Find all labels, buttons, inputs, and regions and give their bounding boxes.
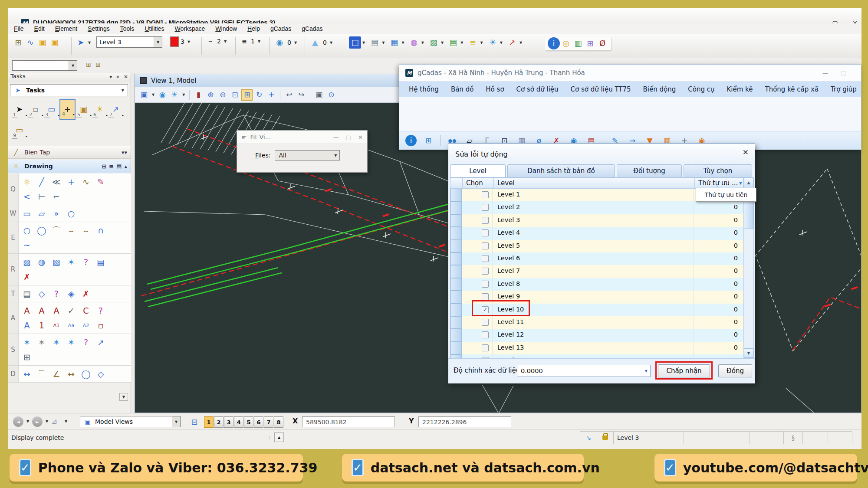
row-checkbox[interactable] bbox=[482, 293, 489, 300]
table-row-level-7[interactable]: Level 70 bbox=[450, 265, 744, 278]
rotate-view-icon[interactable]: ↻ bbox=[253, 89, 265, 101]
back-icon[interactable]: ◄ bbox=[13, 416, 23, 427]
half-ellipse-icon[interactable]: ∩ bbox=[93, 223, 108, 238]
table-header[interactable]: Chọn Level Thứ tự ưu ... ▼ bbox=[450, 177, 743, 189]
task-tool-1[interactable]: 1➤▸ bbox=[11, 99, 27, 120]
match-text-icon[interactable]: A bbox=[20, 318, 34, 333]
x-coordinate-input[interactable] bbox=[302, 416, 395, 427]
table-row-level-6[interactable]: Level 60 bbox=[450, 252, 744, 265]
view-number-3[interactable]: 3 bbox=[224, 416, 233, 428]
attach-tag-icon[interactable]: ◇ bbox=[34, 286, 49, 301]
maximize-icon[interactable]: ▢ bbox=[346, 134, 351, 141]
row-checkbox[interactable] bbox=[482, 229, 489, 236]
group-key-s[interactable]: S bbox=[8, 334, 19, 365]
link-icon[interactable]: ∿ bbox=[24, 36, 36, 49]
view-next-icon[interactable]: ↪ bbox=[296, 89, 307, 101]
row-checkbox[interactable] bbox=[482, 255, 489, 262]
delete-tag-icon[interactable]: ✗ bbox=[79, 286, 93, 301]
place-note-icon[interactable]: A bbox=[34, 303, 49, 318]
task-tool-3[interactable]: 3▭▸ bbox=[43, 99, 59, 120]
scroll-up-icon[interactable]: ▲ bbox=[744, 178, 753, 187]
copy-view-icon[interactable]: ▣ bbox=[313, 89, 325, 101]
scroll-down-button[interactable]: ▼ bbox=[119, 393, 128, 401]
gcadas-menu-th-ng-k-c-p-x[interactable]: Thống kê cấp xã bbox=[765, 85, 819, 93]
perpendicular-icon[interactable]: ⌐ bbox=[49, 189, 64, 204]
group-key-e[interactable]: E bbox=[8, 222, 19, 253]
chevron-down-icon[interactable]: ▼ bbox=[46, 419, 48, 423]
task-tool-7[interactable]: 7↗▸ bbox=[108, 99, 124, 120]
view-toggle-icon[interactable]: ⊟ bbox=[188, 416, 201, 428]
menu-gcadas[interactable]: gCadas bbox=[270, 25, 291, 32]
menu-utilities[interactable]: Utilities bbox=[145, 25, 164, 32]
row-checkbox[interactable] bbox=[482, 242, 489, 249]
replace-cell-icon[interactable]: ✶ bbox=[49, 335, 64, 350]
arc-points-icon[interactable]: ⌣ bbox=[64, 223, 79, 238]
identify-cell-icon[interactable]: ? bbox=[79, 335, 93, 350]
group-key-q[interactable]: Q bbox=[8, 174, 19, 205]
panel-view-icon[interactable]: ▤ bbox=[116, 163, 122, 170]
gcadas-menu-ki-m-k[interactable]: Kiểm kê bbox=[727, 85, 753, 93]
drawing-section[interactable]: ☼ Drawing ⊞ ≡ ▤ ▴ bbox=[8, 160, 131, 173]
text-icon[interactable]: A bbox=[20, 303, 34, 318]
spell-check-icon[interactable]: ✓ bbox=[64, 303, 79, 318]
view-number-4[interactable]: 4 bbox=[234, 416, 243, 428]
view-number-2[interactable]: 2 bbox=[214, 416, 224, 428]
y-coordinate-input[interactable] bbox=[418, 416, 511, 427]
ray-icon[interactable]: < bbox=[20, 189, 34, 204]
chevron-down-icon[interactable]: ▼ bbox=[500, 41, 503, 45]
level-display-icon[interactable]: ▥ bbox=[572, 37, 584, 49]
table-row-level-13[interactable]: Level 130 bbox=[450, 342, 744, 354]
row-handle[interactable] bbox=[450, 189, 462, 201]
view-group-combo[interactable]: ▣ Model Views ▼ bbox=[80, 416, 181, 427]
show-pattern-icon[interactable]: ? bbox=[79, 255, 93, 269]
chevron-down-icon[interactable]: ▼ bbox=[421, 41, 424, 45]
row-checkbox[interactable] bbox=[482, 319, 489, 326]
menu-window[interactable]: Window bbox=[215, 25, 237, 32]
hatch-icon[interactable]: ▨ bbox=[20, 255, 34, 269]
find-text-icon[interactable]: ? bbox=[93, 303, 108, 318]
project-explorer-icon[interactable]: ◎ bbox=[560, 37, 572, 49]
chevron-down-icon[interactable]: ▼ bbox=[88, 41, 91, 45]
curve-icon[interactable]: ∿ bbox=[79, 174, 93, 189]
cube-icon[interactable]: □ bbox=[349, 36, 361, 49]
gcadas-menu-tr-gi-p[interactable]: Trợ giúp bbox=[831, 85, 857, 93]
minimize-icon[interactable]: — bbox=[333, 134, 339, 141]
match-pattern-icon[interactable]: ▤ bbox=[93, 255, 108, 269]
folder-open-icon[interactable]: ▣ bbox=[36, 36, 49, 49]
line-style-control[interactable]: ┅ 2▼ bbox=[206, 36, 228, 46]
sheet-icon[interactable]: ▤ bbox=[368, 36, 381, 49]
task-tool-5[interactable]: 5▣▸ bbox=[76, 99, 92, 120]
grid-view-icon[interactable]: ⊞ bbox=[102, 163, 106, 170]
chevron-down-icon[interactable]: ▼ bbox=[382, 41, 385, 45]
files-combo[interactable]: All ▼ bbox=[275, 150, 340, 160]
chevron-down-icon[interactable]: ▼ bbox=[26, 419, 29, 423]
fit-view-icon[interactable]: ⊞ bbox=[241, 89, 253, 101]
close-icon[interactable]: ✕ bbox=[358, 134, 363, 141]
group-key-w[interactable]: W bbox=[8, 205, 19, 222]
header-level[interactable]: Level bbox=[494, 178, 695, 188]
table-row-level-5[interactable]: Level 50 bbox=[450, 240, 744, 252]
row-checkbox[interactable] bbox=[482, 268, 489, 275]
models-icon[interactable]: ◍ bbox=[408, 36, 420, 49]
precision-combo[interactable]: 0.0000 ▼ bbox=[517, 365, 651, 377]
gcadas-menu-bi-n-ng[interactable]: Biến động bbox=[643, 85, 676, 93]
chevron-down-icon[interactable]: ▼ bbox=[182, 93, 185, 97]
maximize-icon[interactable]: ▢ bbox=[841, 69, 846, 76]
element-info-icon[interactable]: i bbox=[548, 37, 560, 49]
snap-icon[interactable]: ↘ bbox=[580, 431, 597, 444]
selection-tool-icon[interactable]: ➤ bbox=[75, 36, 87, 49]
close-icon[interactable]: ✕ bbox=[743, 148, 749, 157]
table-icon[interactable]: ⊞ bbox=[423, 135, 434, 146]
polygon-icon[interactable]: ○ bbox=[64, 206, 79, 221]
row-checkbox[interactable] bbox=[482, 204, 489, 211]
row-checkbox[interactable] bbox=[482, 191, 489, 198]
bisector-icon[interactable]: ⊢ bbox=[34, 189, 49, 204]
table-row-level-12[interactable]: Level 120 bbox=[450, 329, 744, 341]
window-area-icon[interactable]: ⊡ bbox=[229, 89, 240, 101]
tasks-combo[interactable]: ➤ Tasks ▼ bbox=[10, 84, 128, 96]
zoom-in-icon[interactable]: ⊕ bbox=[205, 89, 216, 101]
edit-text-icon[interactable]: A bbox=[49, 303, 64, 318]
gcadas-menu-c-s-d-li-u-tt75[interactable]: Cơ sở dữ liệu TT75 bbox=[571, 85, 631, 93]
cell-search-icon[interactable]: ⊞ bbox=[93, 60, 103, 69]
gcadas-menu-c-s-d-li-u[interactable]: Cơ sở dữ liệu bbox=[516, 85, 559, 93]
